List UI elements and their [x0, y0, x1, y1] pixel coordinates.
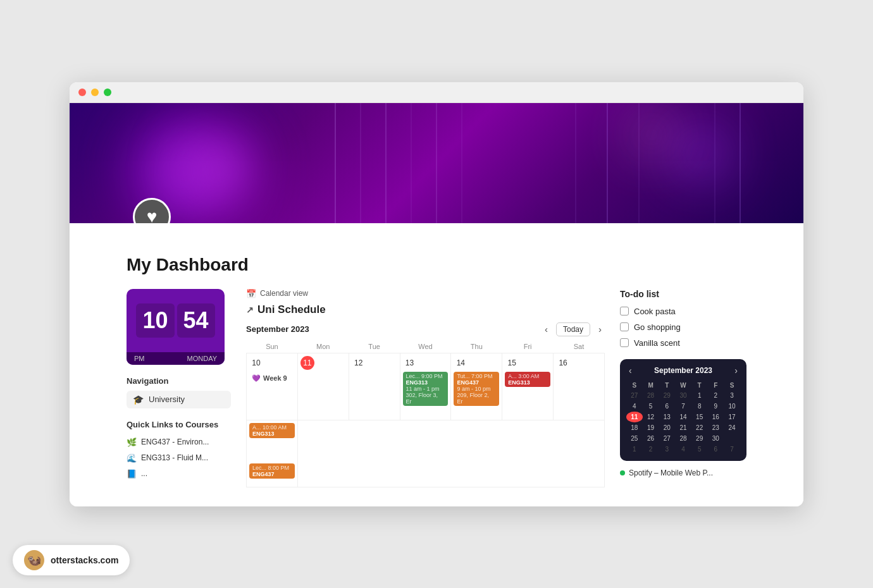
- mini-cal-day-3-1[interactable]: 19: [643, 422, 659, 433]
- mini-cal-day-5-3[interactable]: 4: [675, 444, 691, 455]
- mini-cal-day-3-2[interactable]: 20: [659, 422, 675, 433]
- mini-cal-day-3-6[interactable]: 24: [724, 422, 740, 433]
- otterstacks-bar: 🦦 otterstacks.com: [13, 545, 130, 575]
- event-a-row2[interactable]: A... 10:00 AM ENG313: [249, 423, 295, 438]
- mini-cal-day-5-5[interactable]: 6: [708, 444, 724, 455]
- close-dot[interactable]: [78, 89, 86, 96]
- day-cell-row2-sun[interactable]: A... 10:00 AM ENG313 Lec... 8:00 PM ENG4…: [247, 420, 298, 487]
- event-time-a-15: A... 3:00 AM: [508, 373, 547, 379]
- mini-cal-day-4-5[interactable]: 30: [708, 433, 724, 444]
- mini-col-t2: T: [691, 381, 708, 390]
- mini-cal-day-1-0[interactable]: 4: [626, 401, 643, 412]
- maximize-dot[interactable]: [104, 89, 111, 96]
- mini-cal-day-4-3[interactable]: 28: [675, 433, 691, 444]
- spotify-icon: [620, 470, 625, 475]
- mini-cal-day-5-4[interactable]: 5: [691, 444, 708, 455]
- mini-cal-day-4-2[interactable]: 27: [659, 433, 675, 444]
- mini-cal-prev[interactable]: ‹: [626, 365, 635, 376]
- mini-cal-day-0-0[interactable]: 27: [626, 390, 643, 401]
- mini-cal-day-2-1[interactable]: 12: [643, 412, 659, 422]
- mini-cal-day-3-0[interactable]: 18: [626, 422, 643, 433]
- event-lec-row2[interactable]: Lec... 8:00 PM ENG437: [249, 463, 295, 479]
- app-window: ♥ My Dashboard 10 54 PM MONDAY: [70, 82, 803, 506]
- day-cell-10[interactable]: 10 💜 Week 9: [247, 353, 298, 420]
- todo-checkbox-1[interactable]: [620, 322, 629, 331]
- mini-cal-day-1-5[interactable]: 9: [708, 401, 724, 412]
- mini-cal-day-2-4[interactable]: 15: [691, 412, 708, 422]
- calendar-view-label: 📅 Calendar view: [246, 289, 605, 298]
- mini-cal-row-2: 11121314151617: [626, 412, 740, 422]
- day-cell-11[interactable]: 11: [297, 353, 349, 420]
- cal-today-btn[interactable]: Today: [556, 322, 590, 336]
- otterstacks-label: otterstacks.com: [51, 555, 118, 565]
- day-num-16: 16: [556, 356, 570, 370]
- mini-cal-day-0-5[interactable]: 2: [708, 390, 724, 401]
- day-cell-16[interactable]: 16: [554, 353, 605, 420]
- event-a-15[interactable]: A... 3:00 AM ENG313: [505, 372, 550, 387]
- clock-bottom: PM MONDAY: [127, 352, 225, 365]
- minimize-dot[interactable]: [91, 89, 99, 96]
- mini-cal-day-0-3[interactable]: 30: [675, 390, 691, 401]
- mini-cal-day-5-1[interactable]: 2: [643, 444, 659, 455]
- day-cell-15[interactable]: 15 A... 3:00 AM ENG313: [502, 353, 554, 420]
- quick-links-title: Quick Links to Courses: [127, 420, 231, 429]
- mini-cal-day-3-5[interactable]: 23: [708, 422, 724, 433]
- todo-title: To-do list: [620, 289, 746, 299]
- quick-link-0[interactable]: 🌿 ENG437 - Environ...: [127, 434, 231, 450]
- mini-cal-next[interactable]: ›: [732, 365, 740, 376]
- mini-cal-day-3-4[interactable]: 22: [691, 422, 708, 433]
- mini-cal-day-2-5[interactable]: 16: [708, 412, 724, 422]
- col-thu: Thu: [451, 340, 502, 353]
- page-title: My Dashboard: [127, 255, 746, 275]
- todo-item-0: Cook pasta: [620, 307, 746, 316]
- day-cell-13[interactable]: 13 Lec... 9:00 PM ENG313 11 am - 1 pm 30…: [400, 353, 451, 420]
- mini-cal-day-4-1[interactable]: 26: [643, 433, 659, 444]
- event-loc-tut-14: 209, Floor 2, Er: [457, 392, 496, 405]
- cal-prev-btn[interactable]: ‹: [542, 322, 551, 336]
- mini-col-t1: T: [659, 381, 675, 390]
- nav-item-university[interactable]: 🎓 University: [127, 391, 231, 408]
- mini-cal-day-2-0[interactable]: 11: [626, 412, 643, 422]
- mini-cal-day-4-6[interactable]: [724, 433, 740, 444]
- todo-checkbox-0[interactable]: [620, 307, 629, 315]
- mini-cal-day-1-2[interactable]: 6: [659, 401, 675, 412]
- todo-checkbox-2[interactable]: [620, 338, 629, 347]
- clock-day: MONDAY: [187, 355, 217, 362]
- schedule-link-icon: ↗: [246, 305, 254, 315]
- spotify-item[interactable]: Spotify – Mobile Web P...: [620, 469, 746, 477]
- mini-cal-day-1-3[interactable]: 7: [675, 401, 691, 412]
- mini-cal-grid: S M T W T F S 27282930123456789101112131…: [626, 381, 740, 455]
- mini-cal-day-2-2[interactable]: 13: [659, 412, 675, 422]
- mini-cal-day-2-6[interactable]: 17: [724, 412, 740, 422]
- mini-cal-day-0-1[interactable]: 28: [643, 390, 659, 401]
- mini-cal-day-5-2[interactable]: 3: [659, 444, 675, 455]
- mini-cal-day-0-2[interactable]: 29: [659, 390, 675, 401]
- mini-cal-day-1-1[interactable]: 5: [643, 401, 659, 412]
- mini-cal-day-4-0[interactable]: 25: [626, 433, 643, 444]
- clock-minutes: 54: [177, 303, 215, 338]
- event-lec-13[interactable]: Lec... 9:00 PM ENG313 11 am - 1 pm 302, …: [403, 372, 449, 406]
- quick-link-1[interactable]: 🌊 ENG313 - Fluid M...: [127, 450, 231, 466]
- day-cell-12[interactable]: 12: [349, 353, 400, 420]
- mini-cal-day-3-3[interactable]: 21: [675, 422, 691, 433]
- mini-cal-day-1-4[interactable]: 8: [691, 401, 708, 412]
- mini-cal-day-1-6[interactable]: 10: [724, 401, 740, 412]
- calendar-view-text: Calendar view: [260, 289, 308, 298]
- cal-next-btn[interactable]: ›: [595, 322, 605, 336]
- event-time-lec-13: Lec... 9:00 PM: [406, 373, 445, 379]
- mini-cal-day-0-4[interactable]: 1: [691, 390, 708, 401]
- center-panel: 📅 Calendar view ↗ Uni Schedule September…: [246, 289, 605, 487]
- quick-link-label-1: ENG313 - Fluid M...: [141, 453, 208, 462]
- mini-cal-day-4-4[interactable]: 29: [691, 433, 708, 444]
- mini-cal-day-5-6[interactable]: 7: [724, 444, 740, 455]
- row2-empty: [298, 420, 604, 471]
- mini-cal-day-5-0[interactable]: 1: [626, 444, 643, 455]
- day-cell-14[interactable]: 14 Tut... 7:00 PM ENG437 9 am - 10 pm 20…: [451, 353, 502, 420]
- banner: ♥: [70, 103, 803, 223]
- event-tut-14[interactable]: Tut... 7:00 PM ENG437 9 am - 10 pm 209, …: [454, 372, 499, 406]
- quick-link-2[interactable]: 📘 ...: [127, 466, 231, 482]
- mini-cal-day-0-6[interactable]: 3: [724, 390, 740, 401]
- mini-cal-day-2-3[interactable]: 14: [675, 412, 691, 422]
- day-num-10: 10: [249, 356, 263, 370]
- calendar-header: September 2023 ‹ Today ›: [246, 322, 605, 336]
